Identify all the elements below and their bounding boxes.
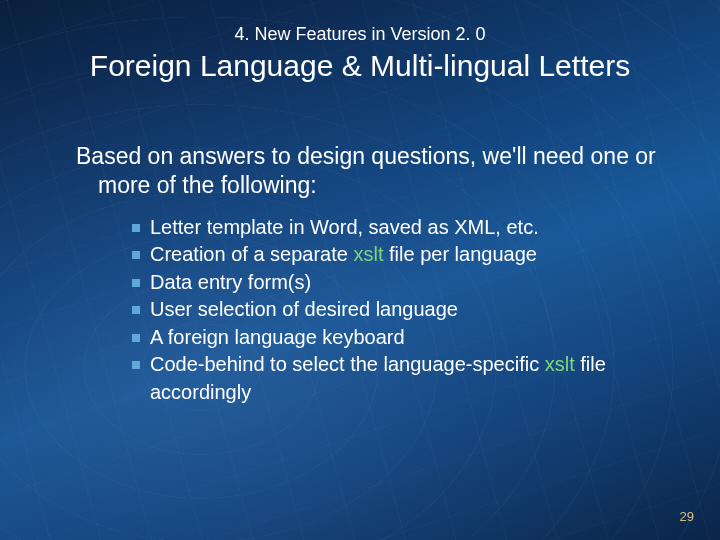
bullet-text: Creation of a separate: [150, 243, 353, 265]
list-item: Data entry form(s): [132, 269, 670, 297]
bullet-text: Code-behind to select the language-speci…: [150, 353, 545, 375]
slide-overline: 4. New Features in Version 2. 0: [0, 24, 720, 45]
intro-text: Based on answers to design questions, we…: [76, 142, 670, 200]
heading-group: 4. New Features in Version 2. 0 Foreign …: [0, 24, 720, 83]
slide-title: Foreign Language & Multi-lingual Letters: [0, 49, 720, 83]
list-item: Creation of a separate xslt file per lan…: [132, 241, 670, 269]
list-item: Code-behind to select the language-speci…: [132, 351, 670, 406]
bullet-text: A foreign language keyboard: [150, 326, 405, 348]
slide-body: Based on answers to design questions, we…: [76, 142, 670, 407]
bullet-text: Letter template in Word, saved as XML, e…: [150, 216, 539, 238]
bullet-text: User selection of desired language: [150, 298, 458, 320]
bullet-text: Data entry form(s): [150, 271, 311, 293]
list-item: A foreign language keyboard: [132, 324, 670, 352]
bullet-text: file per language: [383, 243, 536, 265]
bullet-list: Letter template in Word, saved as XML, e…: [76, 214, 670, 407]
page-number: 29: [680, 509, 694, 524]
list-item: Letter template in Word, saved as XML, e…: [132, 214, 670, 242]
list-item: User selection of desired language: [132, 296, 670, 324]
slide: 4. New Features in Version 2. 0 Foreign …: [0, 0, 720, 540]
keyword: xslt: [353, 243, 383, 265]
keyword: xslt: [545, 353, 575, 375]
